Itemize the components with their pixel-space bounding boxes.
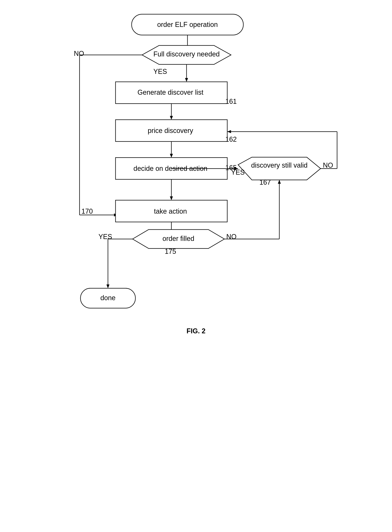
order-filled-label: order filled — [163, 235, 194, 243]
discovery-valid-label: discovery still valid — [251, 161, 308, 169]
svg-marker-29 — [278, 180, 281, 184]
yes-label-1: YES — [153, 68, 167, 75]
ref-170: 170 — [81, 207, 93, 215]
svg-marker-21 — [227, 130, 231, 133]
svg-marker-11 — [170, 154, 173, 158]
svg-marker-26 — [107, 285, 109, 288]
generate-list-label: Generate discover list — [137, 89, 203, 96]
done-label: done — [100, 294, 116, 302]
svg-marker-3 — [185, 78, 188, 82]
take-action-label: take action — [154, 207, 187, 215]
ref-161: 161 — [225, 98, 237, 105]
ref-162: 162 — [225, 135, 237, 143]
svg-marker-17 — [170, 196, 173, 200]
ref-175: 175 — [165, 247, 176, 255]
fig-label: FIG. 2 — [187, 327, 205, 335]
no-label-3: NO — [226, 233, 237, 241]
price-discovery-label: price discovery — [148, 127, 193, 135]
svg-marker-9 — [170, 116, 173, 120]
yes-label-3: YES — [98, 233, 112, 241]
ref-167: 167 — [259, 178, 271, 186]
order-elf-label: order ELF operation — [157, 21, 218, 28]
no-label-1: NO — [74, 50, 84, 57]
flowchart-diagram: order ELF operation Full discovery neede… — [0, 0, 392, 532]
no-label-2: NO — [323, 161, 333, 169]
full-discovery-label: Full discovery needed — [153, 50, 220, 58]
yes-label-2: YES — [231, 168, 245, 176]
